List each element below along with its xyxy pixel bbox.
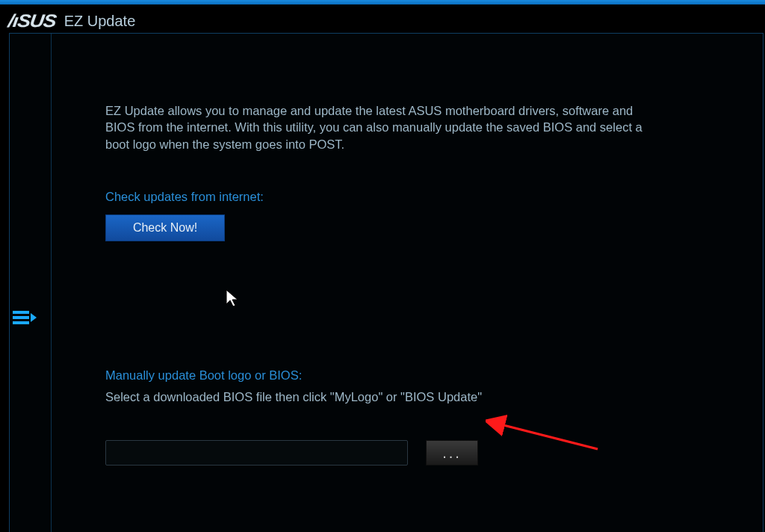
browse-button[interactable]: ...	[426, 440, 478, 466]
sidebar-expand-icon[interactable]	[13, 309, 37, 327]
manual-update-label: Manually update Boot logo or BIOS:	[105, 368, 710, 383]
chevron-right-icon	[31, 313, 37, 322]
main-frame: EZ Update allows you to manage and updat…	[9, 33, 764, 532]
check-updates-label: Check updates from internet:	[105, 190, 710, 204]
bios-file-input[interactable]	[105, 440, 408, 466]
app-title: EZ Update	[64, 13, 136, 30]
content-area: EZ Update allows you to manage and updat…	[52, 34, 763, 532]
check-now-button[interactable]: Check Now!	[105, 214, 225, 241]
file-select-row: ...	[105, 440, 710, 466]
manual-update-instruction: Select a downloaded BIOS file then click…	[105, 390, 710, 404]
sidebar-rail	[10, 34, 41, 532]
description-text: EZ Update allows you to manage and updat…	[105, 102, 643, 152]
hamburger-icon	[13, 309, 29, 327]
asus-logo: /ıSUS	[7, 10, 57, 31]
